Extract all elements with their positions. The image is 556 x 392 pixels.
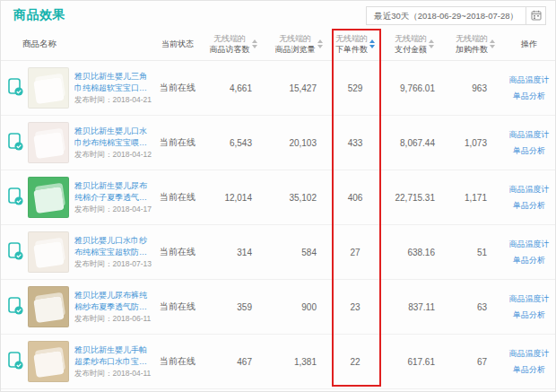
publish-date: 发布时间：2018-06-11	[74, 314, 151, 323]
col-cart[interactable]: 无线端的加购件数	[449, 29, 501, 61]
product-title-link[interactable]: 雅贝比新生婴儿尿布纯棉介子夏季透气100%全棉宝宝纱布可洗	[74, 180, 152, 204]
payment-value: 837.11	[379, 280, 449, 335]
views-value: 15,427	[266, 61, 331, 116]
product-thermometer-link[interactable]: 商品温度计	[501, 185, 556, 195]
col-views-line2: 商品浏览量	[275, 44, 316, 55]
product-thermometer-link[interactable]: 商品温度计	[501, 240, 556, 249]
product-title-link[interactable]: 雅贝比婴儿尿布裤纯棉纱布夏季透气防漏宝宝防水新生儿可洗裤	[74, 290, 152, 313]
table-row: 雅贝比婴儿尿布裤纯棉纱布夏季透气防漏宝宝防水新生儿可洗裤 发布时间：2018-0…	[1, 280, 556, 335]
table-row: 雅贝比新生婴儿口水巾纱布纯棉宝宝喂奶擦嘴小方巾超软防吐奶 发布时间：2018-0…	[1, 116, 556, 170]
views-value: 900	[266, 280, 331, 335]
page-header: 商品效果 最近30天（2018-06-29~2018-07-28）	[1, 1, 555, 29]
visitors-value: 467	[200, 335, 266, 389]
table-header-row: 商品名称 当前状态 无线端的商品访客数 无线端的商品浏览量 无线端的下单件数 无…	[1, 29, 556, 61]
single-item-analysis-link[interactable]: 单品分析	[501, 310, 556, 320]
payment-value: 8,067.44	[379, 116, 449, 170]
views-value: 584	[266, 225, 331, 280]
product-thumbnail[interactable]	[28, 286, 69, 327]
product-title-link[interactable]: 雅贝比新生婴儿手帕超柔纱布口水巾宝宝擦嘴小方巾洗脸纯棉毛	[74, 344, 152, 368]
sort-arrows-icon[interactable]	[490, 39, 495, 48]
visitors-value: 314	[200, 225, 266, 280]
product-thermometer-link[interactable]: 商品温度计	[501, 75, 556, 85]
mobile-check-icon	[8, 133, 24, 152]
publish-date: 发布时间：2018-04-17	[74, 205, 152, 213]
payment-value: 9,766.01	[379, 61, 449, 116]
status-value: 当前在线	[155, 335, 200, 389]
calendar-icon	[531, 10, 542, 21]
col-cart-line1: 无线端的	[456, 33, 488, 44]
sort-arrows-icon[interactable]	[252, 39, 257, 48]
product-thermometer-link[interactable]: 商品温度计	[501, 294, 556, 304]
mobile-check-icon	[8, 78, 24, 98]
product-title-link[interactable]: 雅贝比新生婴儿三角巾纯棉超软宝宝口水巾纱布围嘴防吐奶夏季	[74, 71, 152, 94]
cart-value: 1,171	[449, 170, 501, 225]
col-orders[interactable]: 无线端的下单件数	[331, 29, 379, 61]
product-thumbnail[interactable]	[28, 341, 69, 382]
views-value: 35,102	[266, 170, 331, 225]
orders-value: 406	[331, 170, 379, 225]
col-orders-line1: 无线端的	[335, 33, 368, 44]
cart-value: 1,073	[449, 116, 501, 170]
sort-arrows-icon[interactable]	[317, 39, 323, 48]
single-item-analysis-link[interactable]: 单品分析	[501, 256, 556, 266]
views-value: 1,381	[266, 335, 331, 389]
product-title-link[interactable]: 雅贝比新生婴儿口水巾纱布纯棉宝宝喂奶擦嘴小方巾超软防吐奶	[74, 126, 152, 149]
visitors-value: 12,014	[200, 170, 266, 225]
product-thumbnail[interactable]	[28, 231, 69, 273]
table-row: 雅贝比婴儿口水巾纱布纯棉宝宝超软防吐奶新生儿喂奶擦嘴围巾 发布时间：2018-0…	[1, 225, 556, 280]
product-thumbnail[interactable]	[28, 122, 69, 163]
visitors-value: 359	[200, 280, 266, 335]
col-product-name: 商品名称	[1, 29, 155, 61]
status-value: 当前在线	[155, 61, 200, 116]
cart-value: 67	[449, 335, 501, 389]
cart-value: 51	[449, 225, 501, 280]
col-visitors[interactable]: 无线端的商品访客数	[200, 29, 266, 61]
publish-date: 发布时间：2018-04-12	[74, 150, 152, 159]
table-row: 雅贝比新生婴儿三角巾纯棉超软宝宝口水巾纱布围嘴防吐奶夏季 发布时间：2018-0…	[1, 61, 556, 116]
status-value: 当前在线	[155, 225, 200, 280]
single-item-analysis-link[interactable]: 单品分析	[501, 365, 556, 375]
single-item-analysis-link[interactable]: 单品分析	[501, 146, 556, 156]
col-cart-line2: 加购件数	[456, 44, 488, 55]
col-visitors-line2: 商品访客数	[210, 44, 250, 55]
date-range-group: 最近30天（2018-06-29~2018-07-28）	[366, 6, 546, 25]
cart-value: 963	[449, 61, 501, 116]
calendar-button[interactable]	[526, 6, 546, 25]
col-payment[interactable]: 无线端的支付金额	[379, 29, 449, 61]
col-visitors-line1: 无线端的	[210, 33, 250, 44]
payment-value: 617.61	[379, 335, 449, 389]
product-thermometer-link[interactable]: 商品温度计	[501, 349, 556, 359]
mobile-check-icon	[8, 242, 24, 262]
col-payment-line1: 无线端的	[395, 33, 427, 44]
date-range-button[interactable]: 最近30天（2018-06-29~2018-07-28）	[366, 6, 526, 25]
table-row: 雅贝比新生婴儿尿布纯棉介子夏季透气100%全棉宝宝纱布可洗 发布时间：2018-…	[1, 170, 556, 225]
col-orders-line2: 下单件数	[335, 44, 368, 55]
publish-date: 发布时间：2018-04-11	[74, 369, 151, 378]
col-views[interactable]: 无线端的商品浏览量	[266, 29, 331, 61]
col-ops: 操作	[501, 29, 556, 61]
product-effect-table: 商品名称 当前状态 无线端的商品访客数 无线端的商品浏览量 无线端的下单件数 无…	[1, 29, 556, 389]
table-row: 雅贝比新生婴儿手帕超柔纱布口水巾宝宝擦嘴小方巾洗脸纯棉毛 发布时间：2018-0…	[1, 335, 556, 389]
orders-value: 433	[331, 116, 379, 170]
col-views-line1: 无线端的	[275, 33, 316, 44]
single-item-analysis-link[interactable]: 单品分析	[501, 91, 556, 101]
status-value: 当前在线	[155, 116, 200, 170]
payment-value: 638.16	[379, 225, 449, 280]
sort-arrows-icon-active[interactable]	[369, 39, 375, 48]
mobile-check-icon	[8, 297, 24, 317]
col-payment-line2: 支付金额	[395, 44, 427, 55]
product-effect-panel: 商品效果 最近30天（2018-06-29~2018-07-28） 商品名称 当…	[0, 0, 556, 392]
visitors-value: 4,661	[200, 61, 266, 116]
status-value: 当前在线	[155, 280, 200, 335]
sort-arrows-icon[interactable]	[429, 39, 434, 48]
single-item-analysis-link[interactable]: 单品分析	[501, 201, 556, 211]
col-status: 当前状态	[155, 29, 200, 61]
mobile-check-icon	[8, 352, 24, 371]
product-thumbnail[interactable]	[28, 177, 69, 218]
product-thermometer-link[interactable]: 商品温度计	[501, 130, 556, 140]
product-title-link[interactable]: 雅贝比婴儿口水巾纱布纯棉宝宝超软防吐奶新生儿喂奶擦嘴围巾	[74, 235, 152, 258]
orders-value: 27	[331, 225, 379, 280]
orders-value: 529	[331, 61, 379, 116]
product-thumbnail[interactable]	[28, 67, 69, 109]
visitors-value: 6,543	[200, 116, 266, 170]
